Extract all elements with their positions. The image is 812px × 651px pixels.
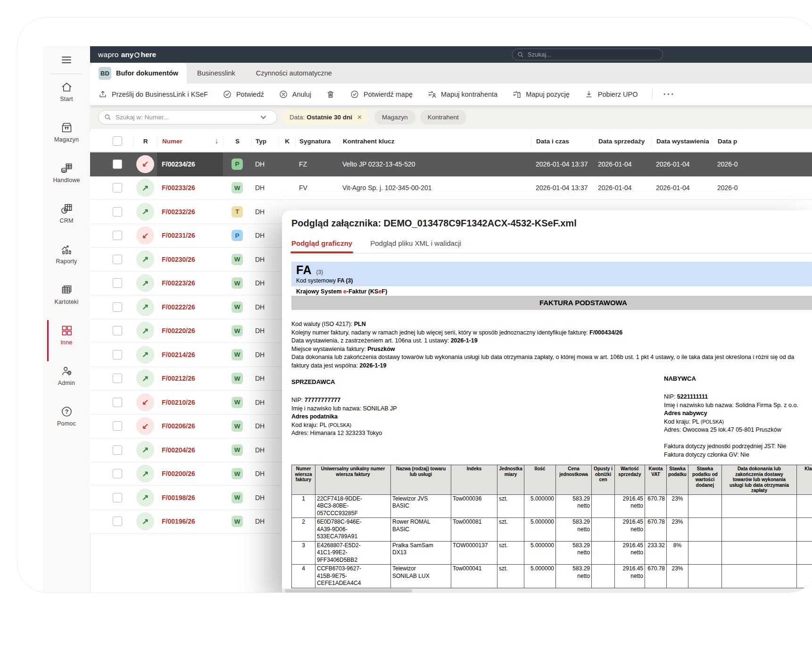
- direction-cell: ↗: [133, 489, 157, 507]
- sidebar-item-label: Handlowe: [53, 177, 80, 184]
- trade-coins-icon: [60, 162, 73, 175]
- map-position-icon: [512, 90, 522, 99]
- invoice-item-cell: [797, 565, 812, 588]
- column-header-kontrahent[interactable]: Kontrahent klucz: [340, 135, 531, 148]
- menu-button[interactable]: [43, 46, 90, 74]
- row-checkbox[interactable]: [113, 421, 122, 431]
- column-header-k[interactable]: K: [279, 135, 295, 148]
- doc-type: DH: [251, 184, 279, 192]
- row-checkbox[interactable]: [113, 469, 122, 478]
- sidebar-item-handlowe[interactable]: Handlowe: [43, 162, 90, 196]
- filter-chip-date[interactable]: Data: Ostatnie 30 dni ✕: [282, 110, 370, 125]
- doc-number: F/00212/26: [157, 367, 223, 391]
- items-column-header: Klasy: [797, 465, 812, 495]
- tab-podglad-xml-walidacji[interactable]: Podgląd pliku XML i walidacji: [370, 239, 461, 247]
- row-checkbox[interactable]: [113, 159, 122, 169]
- map-position-button[interactable]: Mapuj pozycję: [512, 90, 570, 99]
- row-checkbox[interactable]: [113, 278, 122, 288]
- status-cell: P: [223, 230, 251, 241]
- sidebar-item-raporty[interactable]: Raporty: [43, 243, 90, 277]
- sort-descending-icon[interactable]: ↓: [215, 137, 218, 145]
- direction-cell: ↗: [133, 250, 157, 268]
- row-checkbox[interactable]: [113, 350, 122, 359]
- screenshot-canvas: Start Magazyn Handlowe CRM Raporty Karto…: [0, 0, 812, 651]
- cancel-button[interactable]: Anuluj: [279, 90, 311, 99]
- tab-czynnosci-automatyczne[interactable]: Czynności automatyczne: [246, 63, 342, 83]
- close-icon[interactable]: ✕: [357, 114, 362, 121]
- chevron-down-icon[interactable]: [260, 114, 267, 121]
- column-header-data-p[interactable]: Data p: [712, 135, 812, 148]
- row-checkbox[interactable]: [113, 374, 122, 383]
- column-header-typ[interactable]: Typ: [251, 135, 279, 148]
- row-checkbox[interactable]: [113, 493, 122, 502]
- check-circle-icon: [223, 90, 232, 99]
- row-checkbox[interactable]: [113, 231, 122, 240]
- download-upo-button[interactable]: Pobierz UPO: [584, 90, 638, 99]
- column-header-numer[interactable]: Numer ↓: [157, 135, 223, 148]
- column-header-sygnatura[interactable]: Sygnatura: [295, 135, 340, 148]
- status-cell: W: [223, 468, 251, 479]
- list-search-input[interactable]: [116, 114, 260, 121]
- outgoing-arrow-icon: ↗: [136, 179, 154, 197]
- modal-title: Podgląd załącznika: DEMO_013478C9F1342AC…: [282, 210, 812, 229]
- sidebar-item-pomoc[interactable]: ? Pomoc: [43, 405, 90, 439]
- sidebar-item-crm[interactable]: CRM: [43, 202, 90, 236]
- row-checkbox[interactable]: [113, 207, 122, 217]
- row-checkbox[interactable]: [113, 398, 122, 407]
- row-checkbox[interactable]: [113, 445, 122, 455]
- row-checkbox-cell: [90, 207, 133, 217]
- sidebar-item-inne[interactable]: Inne: [43, 324, 90, 358]
- column-header-data-wystawienia[interactable]: Data wystawienia: [651, 135, 712, 148]
- sidebar-item-admin[interactable]: Admin: [43, 365, 90, 399]
- send-to-businesslink-ksef-button[interactable]: Prześlij do BusinessLink i KSeF: [98, 90, 208, 99]
- invoice-item-row: 122CF7418-9DDE- 4BC3-80BE- 057CCC93285FT…: [292, 494, 812, 518]
- column-header-r[interactable]: R: [133, 135, 157, 148]
- filter-chip-kontrahent[interactable]: Kontrahent: [420, 110, 466, 125]
- row-checkbox[interactable]: [113, 517, 122, 526]
- map-contractor-button[interactable]: Mapuj kontrahenta: [427, 90, 497, 99]
- table-row[interactable]: ↗F/00233/26WDHFVVit-Agro Sp. j. 102-345-…: [90, 176, 812, 200]
- direction-cell: ↗: [133, 179, 157, 197]
- list-search[interactable]: [98, 110, 277, 125]
- row-checkbox[interactable]: [113, 255, 122, 264]
- status-cell: W: [223, 325, 251, 336]
- confirm-button[interactable]: Potwiedź: [223, 90, 264, 99]
- more-actions-button[interactable]: ···: [663, 89, 675, 100]
- invoice-item-cell: 5.000000: [524, 494, 556, 518]
- row-checkbox-cell: [90, 278, 133, 288]
- items-column-header: Nazwa (rodzaj) towaru lub usługi: [391, 465, 451, 495]
- sidebar-item-start[interactable]: Start: [43, 81, 90, 115]
- row-checkbox[interactable]: [113, 326, 122, 335]
- scrollbar-thumb[interactable]: [285, 589, 412, 593]
- invoice-item-cell: 23%: [667, 494, 688, 518]
- row-checkbox[interactable]: [113, 183, 122, 192]
- column-header-data-i-czas[interactable]: Data i czas: [531, 135, 592, 148]
- horizontal-scrollbar[interactable]: [282, 588, 812, 593]
- table-row[interactable]: ↙F/00234/26PDHFZVelto JP 0232-13-45-5202…: [90, 152, 812, 176]
- row-checkbox-cell: [90, 445, 133, 455]
- column-header-s[interactable]: S: [223, 135, 251, 148]
- column-header-data-sprzedazy[interactable]: Data sprzedaży: [592, 135, 651, 148]
- outgoing-arrow-icon: ↗: [136, 250, 154, 268]
- global-search[interactable]: [512, 49, 663, 60]
- delete-button[interactable]: [326, 90, 335, 99]
- tab-businesslink[interactable]: Businesslink: [187, 63, 246, 83]
- select-all-checkbox[interactable]: [113, 136, 122, 146]
- invoice-item-cell: 233.32: [645, 541, 667, 565]
- doc-type: DH: [251, 232, 279, 239]
- items-column-header: Stawka podatku: [667, 465, 688, 495]
- items-column-header: Data dokonania lub zakończenia dostawy t…: [722, 465, 797, 495]
- row-checkbox[interactable]: [113, 302, 122, 312]
- sidebar-item-magazyn[interactable]: Magazyn: [43, 121, 90, 155]
- tab-bufor-dokumentow[interactable]: BD Bufor dokumentów: [90, 63, 187, 83]
- items-column-header: Kwota VAT: [645, 465, 667, 495]
- outgoing-arrow-icon: ↗: [136, 489, 154, 507]
- status-cell: W: [223, 182, 251, 193]
- seller-title: SPRZEDAWCA: [291, 378, 664, 385]
- tab-podglad-graficzny[interactable]: Podgląd graficzny: [291, 239, 352, 247]
- filter-chip-magazyn[interactable]: Magazyn: [374, 110, 415, 125]
- global-search-input[interactable]: [528, 51, 658, 58]
- confirm-map-button[interactable]: Potwierdź mapę: [350, 90, 413, 99]
- logo-circle-arrow-icon: [134, 52, 140, 58]
- sidebar-item-kartoteki[interactable]: Kartoteki: [43, 284, 90, 317]
